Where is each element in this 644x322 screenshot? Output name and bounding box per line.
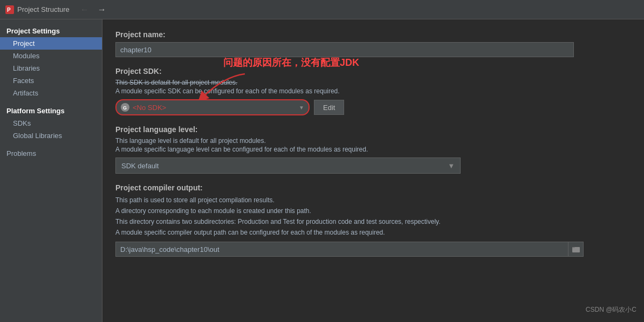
lang-dropdown-arrow-icon: ▼ (448, 162, 455, 170)
sidebar-item-global-libraries[interactable]: Global Libraries (0, 129, 102, 142)
sidebar-item-artifacts[interactable]: Artifacts (0, 87, 102, 99)
compiler-desc-line3: This directory contains two subdirectori… (115, 217, 631, 227)
compiler-folder-button[interactable] (568, 242, 584, 257)
sidebar-item-facets[interactable]: Facets (0, 74, 102, 87)
sidebar-item-project[interactable]: Project (0, 37, 102, 50)
right-panel: Project name: Project SDK: This SDK is d… (102, 19, 644, 322)
lang-dropdown[interactable]: SDK default ▼ (115, 157, 461, 174)
compiler-path-row (115, 242, 631, 257)
compiler-desc-line1: This path is used to store all project c… (115, 195, 631, 205)
lang-selected-text: SDK default (121, 162, 159, 170)
nav-buttons: ← → (78, 5, 108, 15)
project-name-label: Project name: (115, 30, 631, 39)
forward-button[interactable]: → (95, 5, 108, 15)
svg-text:P: P (7, 7, 11, 13)
sdk-row: 问题的原因所在，没有配置JDK (115, 99, 631, 115)
sdk-section: Project SDK: This SDK is default for all… (115, 67, 631, 115)
sidebar-item-libraries[interactable]: Libraries (0, 62, 102, 74)
lang-label: Project language level: (115, 125, 631, 134)
lang-section: Project language level: This language le… (115, 125, 631, 174)
sdk-selected-text: <No SDK> (133, 104, 166, 112)
main-content: Project Settings Project Modules Librari… (0, 19, 644, 322)
lang-desc-line2: A module specific language level can be … (115, 146, 631, 153)
sdk-desc-line2: A module specific SDK can be configured … (115, 87, 631, 95)
sidebar-divider (0, 99, 102, 104)
window-title: Project Structure (17, 5, 70, 13)
compiler-section: Project compiler output: This path is us… (115, 183, 631, 257)
folder-icon (572, 245, 580, 253)
sdk-edit-button[interactable]: Edit (314, 100, 344, 115)
titlebar: P Project Structure ← → (0, 0, 644, 19)
sidebar-divider2 (0, 142, 102, 146)
panel-inner: Project name: Project SDK: This SDK is d… (115, 30, 631, 257)
svg-text:G: G (123, 105, 127, 111)
sidebar: Project Settings Project Modules Librari… (0, 19, 102, 322)
back-button[interactable]: ← (78, 5, 91, 15)
sdk-label: Project SDK: (115, 67, 631, 76)
watermark: CSDN @码农小C (586, 305, 636, 314)
sdk-desc-line1: This SDK is default for all project modu… (115, 79, 631, 86)
compiler-desc-line2: A directory corresponding to each module… (115, 206, 631, 216)
platform-settings-section-label: Platform Settings (0, 104, 102, 117)
sdk-dropdown-arrow-icon: ▼ (299, 105, 304, 111)
project-name-input[interactable] (115, 42, 574, 57)
sidebar-item-problems[interactable]: Problems (0, 146, 102, 160)
compiler-path-input[interactable] (115, 242, 568, 257)
compiler-desc-line4: A module specific compiler output path c… (115, 228, 631, 237)
sdk-icon: G (121, 103, 129, 112)
sdk-desc-strikethrough: This SDK is default for all project modu… (115, 79, 237, 86)
app-icon: P (5, 5, 14, 14)
sidebar-item-modules[interactable]: Modules (0, 50, 102, 62)
sdk-dropdown[interactable]: G <No SDK> ▼ (115, 99, 310, 115)
lang-desc-line1: This language level is default for all p… (115, 137, 631, 145)
compiler-label: Project compiler output: (115, 183, 631, 192)
sidebar-item-sdks[interactable]: SDKs (0, 117, 102, 129)
project-settings-section-label: Project Settings (0, 24, 102, 37)
